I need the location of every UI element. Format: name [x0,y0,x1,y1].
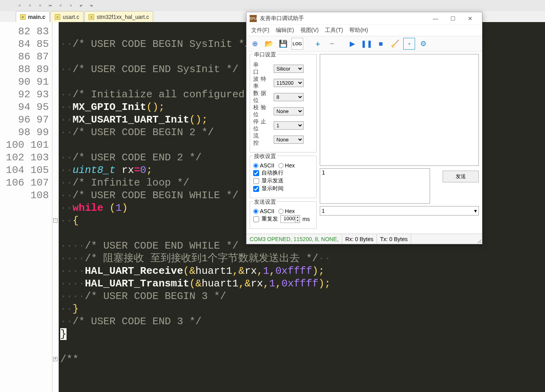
right-panel: 1 发送 1 ▾ [320,54,479,232]
stop-label: 停止位 [253,118,271,132]
save-icon[interactable]: ▫ [36,2,44,9]
spin-up-icon[interactable]: ▴ [295,216,300,219]
connect-icon[interactable]: ⊕ [249,38,261,50]
flow-select[interactable]: None [274,136,304,144]
clear-icon[interactable]: 🧹 [389,38,401,50]
port-label: 串 口 [253,61,271,76]
interval-input[interactable] [281,216,295,221]
repeat-label: 重复发 [261,216,278,223]
rx-hex-radio[interactable]: Hex [278,162,295,169]
menu-edit[interactable]: 编辑(E) [273,26,297,35]
status-connection: COM3 OPENED, 115200, 8, NONE, [247,234,342,244]
show-time-label: 显示时间 [261,185,284,192]
separator [306,38,310,50]
tx-hex-radio[interactable]: Hex [278,208,295,214]
parity-label: 校验位 [253,104,271,118]
open-icon[interactable]: ▫ [26,2,34,9]
stopbits-select[interactable]: 1 [274,121,304,130]
port-select[interactable]: Silicor [274,65,304,73]
line-numbers: 82 83 84 85 86 87 88 89 90 91 92 93 94 9… [0,22,52,392]
menu-help[interactable]: 帮助(H) [347,26,370,35]
port-settings: 串口设置 串 口Silicor 波特率115200 数据位8 校验位None 停… [250,54,317,152]
menu-view[interactable]: 视图(V) [298,26,321,35]
receive-area[interactable] [320,54,479,166]
status-rx: Rx: 0 Bytes [342,234,377,244]
redo-icon[interactable]: ↷ [87,2,95,9]
close-button[interactable]: ✕ [462,13,479,24]
tab-main-c[interactable]: c main.c [16,11,50,22]
parity-select[interactable]: None [274,107,304,115]
repeat-checkbox[interactable] [253,216,259,222]
open-icon[interactable]: 📂 [263,38,275,50]
fold-plus-icon[interactable]: + [53,357,57,361]
settings-icon[interactable]: ⚙ [417,38,429,50]
tab-label: stm32f1xx_hal_uart.c [96,14,149,20]
tab-label: usart.c [63,14,79,20]
send-button[interactable]: 发送 [443,171,479,182]
play-icon[interactable]: ▶ [347,38,358,50]
menu-file[interactable]: 文件(F) [249,26,272,35]
baud-select[interactable]: 115200 [274,79,304,87]
ide-toolbar: ▫ ▫ ▫ ✂ ▫ ▫ ↶ ↷ [0,0,545,11]
show-time-checkbox[interactable] [253,186,259,192]
fold-column: − + [52,22,59,392]
copy-icon[interactable]: ▫ [57,2,65,9]
fieldset-title: 发送设置 [253,199,277,206]
cut-icon[interactable]: ✂ [46,2,54,9]
minimize-button[interactable]: — [427,13,444,24]
log-icon[interactable]: LOG [291,38,303,50]
rx-settings: 接收设置 ASCII Hex 自动换行 显示发送 显示时间 [250,156,317,198]
separator [340,38,344,50]
pause-icon[interactable]: ❚❚ [361,38,373,50]
save-icon[interactable]: 💾 [277,38,289,50]
data-label: 数据位 [253,90,271,104]
send-textarea[interactable]: 1 [320,168,430,204]
chevron-down-icon: ▾ [474,208,477,214]
combo-value: 1 [322,208,325,214]
window-title: 友善串口调试助手 [260,15,427,22]
tx-ascii-radio[interactable]: ASCII [253,208,274,214]
spin-down-icon[interactable]: ▾ [295,219,300,223]
statusbar: COM3 OPENED, 115200, 8, NONE, Rx: 0 Byte… [247,234,482,244]
remove-icon[interactable]: − [326,38,338,50]
baud-label: 波特率 [253,76,271,90]
flow-label: 流 控 [253,132,271,147]
left-panel: 串口设置 串 口Silicor 波特率115200 数据位8 校验位None 停… [250,54,317,232]
editor-tabbar: c main.c c usart.c c stm32f1xx_hal_uart.… [16,11,153,22]
tab-label: main.c [28,14,45,20]
file-icon: c [55,14,60,20]
maximize-button[interactable]: ☐ [444,13,462,24]
wrap-label: 自动换行 [261,169,284,176]
titlebar[interactable]: SPU 友善串口调试助手 — ☐ ✕ [247,12,482,25]
tx-settings: 发送设置 ASCII Hex 重复发 ▴▾ ms [250,201,317,229]
menu-tools[interactable]: 工具(T) [323,26,345,35]
serial-content: 串口设置 串 口Silicor 波特率115200 数据位8 校验位None 停… [247,52,482,234]
serial-toolbar: ⊕ 📂 💾 LOG ＋ − ▶ ❚❚ ■ 🧹 ＋ ⚙ [247,36,482,52]
rx-ascii-radio[interactable]: ASCII [253,162,274,169]
status-tx: Tx: 0 Bytes [377,234,411,244]
fieldset-title: 接收设置 [253,153,277,160]
fieldset-title: 串口设置 [253,51,277,58]
file-icon: c [20,14,26,20]
add-icon[interactable]: ＋ [312,38,324,50]
interval-unit: ms [302,216,310,222]
new-icon[interactable]: ▫ [16,2,24,9]
tab-hal-uart-c[interactable]: c stm32f1xx_hal_uart.c [84,11,153,22]
tab-usart-c[interactable]: c usart.c [50,11,83,22]
app-icon: SPU [250,15,257,22]
show-send-label: 显示发送 [261,177,284,184]
serial-tool-window: SPU 友善串口调试助手 — ☐ ✕ 文件(F) 编辑(E) 视图(V) 工具(… [246,12,482,244]
interval-spinner[interactable]: ▴▾ [280,215,300,223]
history-combo[interactable]: 1 ▾ [320,206,479,216]
undo-icon[interactable]: ↶ [77,2,85,9]
file-icon: c [89,14,94,20]
resize-grip-icon[interactable] [476,238,481,243]
menubar: 文件(F) 编辑(E) 视图(V) 工具(T) 帮助(H) [247,25,482,36]
select-icon[interactable]: ＋ [403,38,415,50]
wrap-checkbox[interactable] [253,170,259,176]
databits-select[interactable]: 8 [274,93,304,101]
fold-minus-icon[interactable]: − [53,218,57,223]
paste-icon[interactable]: ▫ [67,2,75,9]
stop-icon[interactable]: ■ [375,38,387,50]
show-send-checkbox[interactable] [253,178,259,184]
